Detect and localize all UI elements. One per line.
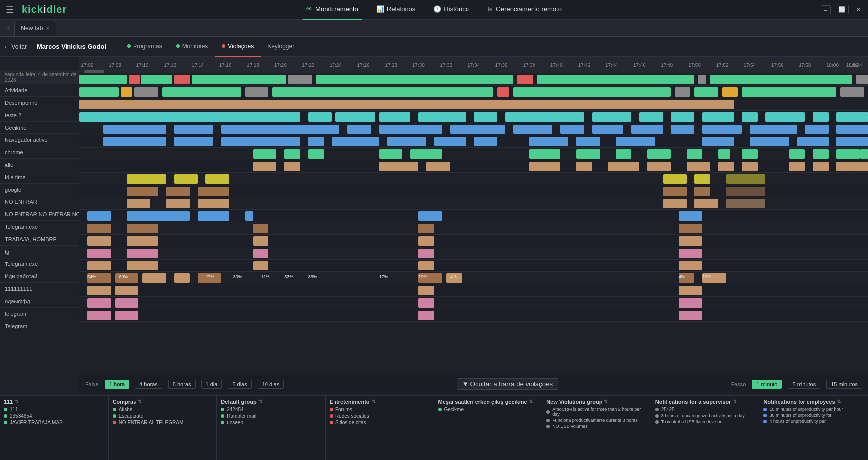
bar [671, 125, 695, 134]
bar [513, 87, 671, 97]
label-google: google [0, 184, 79, 196]
bar [852, 162, 868, 171]
bar [726, 199, 765, 208]
back-button[interactable]: ← Voltar [4, 43, 27, 50]
bar [418, 249, 434, 258]
bar [166, 199, 190, 208]
sort-icon[interactable]: ⇅ [529, 399, 533, 404]
label-chrome: chrome [0, 146, 79, 159]
bar [79, 100, 734, 109]
bar [174, 273, 190, 283]
bar [103, 125, 166, 134]
nav-gerenciamento[interactable]: 🖥 Gerenciamento remoto [483, 0, 566, 20]
tick-1716: 17:16 [219, 63, 231, 68]
range-4horas[interactable]: 4 horas [135, 380, 162, 389]
tab-close-icon[interactable]: ✕ [46, 26, 50, 31]
group-item: 111 [4, 407, 104, 412]
bar [675, 87, 691, 97]
tick-1710: 17:10 [136, 63, 149, 68]
tab-monitores[interactable]: Monitores [169, 37, 215, 57]
pct-label: 33% [284, 274, 293, 279]
group-newviolations: New Violations group ⇅ AmoCRM is active … [542, 396, 651, 460]
sort-icon[interactable]: ⇅ [733, 399, 737, 404]
sort-icon[interactable]: ⇅ [138, 399, 142, 404]
sort-icon[interactable]: ⇅ [15, 399, 19, 404]
group-item: To control a USB flash drive on [655, 419, 755, 424]
bar [198, 187, 229, 196]
label-desempenho: Desempenho [0, 97, 79, 109]
tick-1722: 17:22 [302, 63, 314, 68]
bar [750, 137, 789, 146]
tick-1758: 17:58 [799, 63, 811, 68]
bar [813, 112, 829, 122]
bar [115, 311, 139, 320]
bar [505, 112, 584, 122]
bar [127, 187, 158, 196]
tab-keylogger[interactable]: Keylogger [261, 37, 301, 57]
group-item: 10 minutes of unproductivity per hour [763, 407, 864, 412]
group-item: Afishe [113, 407, 213, 412]
item-dot [763, 408, 767, 411]
pct-label: 4% [450, 274, 457, 279]
range-10dias[interactable]: 10 dias [258, 380, 284, 389]
sort-icon[interactable]: ⇅ [372, 399, 376, 404]
bar [129, 75, 140, 84]
minimize-button[interactable]: – [821, 5, 831, 14]
nav-historico[interactable]: 🕐 Histórico [429, 0, 473, 20]
maximize-button[interactable]: ⬜ [835, 5, 849, 14]
range-5dias[interactable]: 5 dias [228, 380, 251, 389]
bar [379, 162, 418, 171]
tick-1756: 17:56 [771, 63, 784, 68]
passo-label: Passo [731, 381, 746, 387]
bar [253, 162, 277, 171]
item-dot [763, 420, 767, 423]
sort-icon[interactable]: ⇅ [259, 399, 263, 404]
pct-label: 17% [379, 274, 388, 279]
item-dot [221, 408, 224, 411]
step-1minuto[interactable]: 1 minuto [752, 380, 782, 389]
bar [174, 75, 190, 84]
bar [141, 75, 173, 84]
bar [750, 125, 797, 134]
bar [418, 236, 434, 246]
add-tab-button[interactable]: + [2, 24, 14, 33]
timeline-header: 17:06 17:08 17:10 17:12 17:14 17:16 17:1… [79, 57, 868, 70]
bar [679, 261, 703, 270]
bar [284, 162, 300, 171]
nav-relatorios[interactable]: 📊 Relatórios [372, 0, 420, 20]
nav-monitoramento[interactable]: 👁 Monitoramento [302, 0, 362, 20]
tab-violacoes[interactable]: Violações [215, 37, 261, 57]
bar [608, 162, 640, 171]
range-8horas[interactable]: 8 horas [168, 380, 196, 389]
bar [253, 149, 277, 159]
bar [694, 187, 710, 196]
sort-icon[interactable]: ⇅ [604, 399, 608, 404]
bar [87, 224, 111, 233]
bar [418, 261, 434, 270]
pct-label: 64% [87, 274, 96, 279]
bar [434, 137, 466, 146]
hamburger-menu[interactable]: ☰ [0, 0, 20, 20]
tick-1720: 17:20 [274, 63, 287, 68]
step-5minutos[interactable]: 5 minutos [788, 380, 820, 389]
row-odayffd [79, 284, 868, 297]
group-item: NO USB volumes [546, 424, 647, 429]
sort-icon[interactable]: ⇅ [837, 399, 841, 404]
pct-label: 89% [119, 274, 128, 279]
range-1dia[interactable]: 1 dia [201, 380, 222, 389]
bar [87, 311, 111, 320]
bar [702, 125, 741, 134]
tick-1734: 17:34 [467, 63, 480, 68]
hide-violations-button[interactable]: ▼ Ocultar a barra de violações [457, 378, 559, 390]
tick-1748: 17:48 [661, 63, 673, 68]
item-dot [113, 408, 116, 411]
bar [789, 149, 805, 159]
bar [450, 125, 505, 134]
new-tab-item[interactable]: New tab ✕ [14, 21, 56, 36]
bar [127, 236, 158, 246]
range-1hora[interactable]: 1 hora [105, 380, 129, 389]
label-idletime: Idle time [0, 171, 79, 184]
close-button[interactable]: ✕ [853, 5, 864, 14]
tab-programas[interactable]: Programas [120, 37, 169, 57]
step-15minutos[interactable]: 15 minutos [826, 380, 862, 389]
